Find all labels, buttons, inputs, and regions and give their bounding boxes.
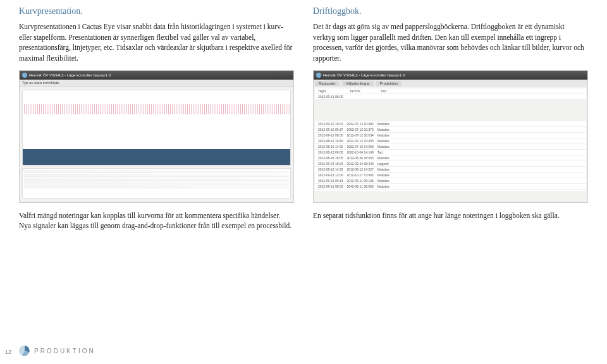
signals-table bbox=[22, 168, 291, 198]
table-row: 2012-09-12 09:372062-07-12 10:373Malodas bbox=[315, 127, 586, 133]
table-row bbox=[24, 170, 289, 173]
table-row bbox=[24, 174, 289, 177]
right-column: Driftloggbok. Det är dags att göra sig a… bbox=[313, 6, 588, 64]
driftloggbok-body: Det är dags att göra sig av med pappersl… bbox=[313, 21, 588, 64]
table-row: 2012-08-26 18:052012-08-26 18:003Malodas bbox=[315, 155, 586, 161]
app-icon bbox=[22, 73, 27, 78]
left-column: Kurvpresentation. Kurvpresentationen i C… bbox=[19, 6, 294, 64]
tab-bar: Rapporter Väljadonlingar Produktion bbox=[314, 80, 587, 87]
table-row: 2012-08-13 09:002062-10-04 14:148Tad bbox=[315, 150, 586, 155]
table-row bbox=[24, 185, 289, 188]
table-row: 2012-08-11 10:402022-07-12 10:403Malodas bbox=[315, 138, 586, 144]
table-row: 2012-09-12 08:002012-07-12 08:034Malodas bbox=[315, 133, 586, 138]
table-row: 2012-09-13 13:002012-10-17 13:005Malodas bbox=[315, 173, 586, 178]
window-title: Hemvik ÖV VSG4L2 - Läge kontroller beyva… bbox=[29, 73, 111, 77]
log-table-lower: 2012-09-12 10:022042-07-12 10:482Malodas… bbox=[315, 121, 586, 191]
brand-logo: PRODUKTION bbox=[19, 345, 95, 356]
table-row: 2012-09-12 10:022042-07-12 10:482Malodas bbox=[315, 121, 586, 127]
tab: Rapporter bbox=[315, 81, 340, 86]
screenshot-driftloggbok: Hemvik ÖV VSG4L2 - Läge kontroller beyva… bbox=[313, 70, 588, 203]
table-row: 2012-08-10 14:002062-07-10 14:003Malodas bbox=[315, 144, 586, 150]
screenshot-curve-presentation: Hemvik ÖV VSG4L2 - Läge kontroller beyva… bbox=[19, 70, 294, 203]
table-row: 2012-09-12 14:522012-09-12 14:527Malodas bbox=[315, 167, 586, 173]
kurvpresentation-heading: Kurvpresentation. bbox=[19, 6, 294, 16]
toolbar: Typ av data kurv/flöde bbox=[20, 80, 293, 87]
table-header: TagId TacTrId Info bbox=[315, 88, 586, 94]
chart-x-axis bbox=[23, 149, 290, 165]
window-titlebar: Hemvik ÖV VSG4L2 - Läge kontroller beyva… bbox=[314, 71, 587, 80]
chart-waveform bbox=[23, 109, 290, 111]
app-icon bbox=[316, 73, 321, 78]
table-row bbox=[24, 181, 289, 185]
driftloggbok-heading: Driftloggbok. bbox=[313, 6, 588, 16]
table-row: 2012-09-11 08:002042-09-11 08:003Malodas bbox=[315, 184, 586, 190]
table-row: 2012-09-11 09:132012-09-11 09:136Malodas bbox=[315, 178, 586, 184]
window-titlebar: Hemvik ÖV VSG4L2 - Läge kontroller beyva… bbox=[20, 71, 293, 80]
toolbar-label: Typ av data kurv/flöde bbox=[22, 81, 59, 85]
pie-icon bbox=[19, 345, 30, 356]
chart-area bbox=[22, 90, 291, 166]
table-row: 2012-09-24 18:242012-09-24 18:243Legjord… bbox=[315, 161, 586, 167]
table-row: 2012-09-11 08:00 bbox=[315, 94, 586, 100]
tab: Produktion bbox=[376, 81, 402, 86]
caption-right: En separat tidsfunktion finns för att an… bbox=[313, 210, 588, 221]
caption-left: Valfri mängd noteringar kan kopplas till… bbox=[19, 210, 294, 231]
tab: Väljadonlingar bbox=[342, 81, 374, 86]
page-number: 12 bbox=[5, 349, 11, 355]
kurvpresentation-body: Kurvpresentationen i Cactus Eye visar sn… bbox=[19, 21, 294, 64]
brand-text: PRODUKTION bbox=[34, 348, 95, 355]
table-row bbox=[24, 178, 289, 181]
window-title: Hemvik ÖV VSG4L2 - Läge kontroller beyva… bbox=[323, 73, 405, 77]
log-table-upper: TagId TacTrId Info 2012-09-11 08:00 bbox=[315, 88, 586, 100]
page-footer: 12 PRODUKTION bbox=[19, 345, 588, 356]
